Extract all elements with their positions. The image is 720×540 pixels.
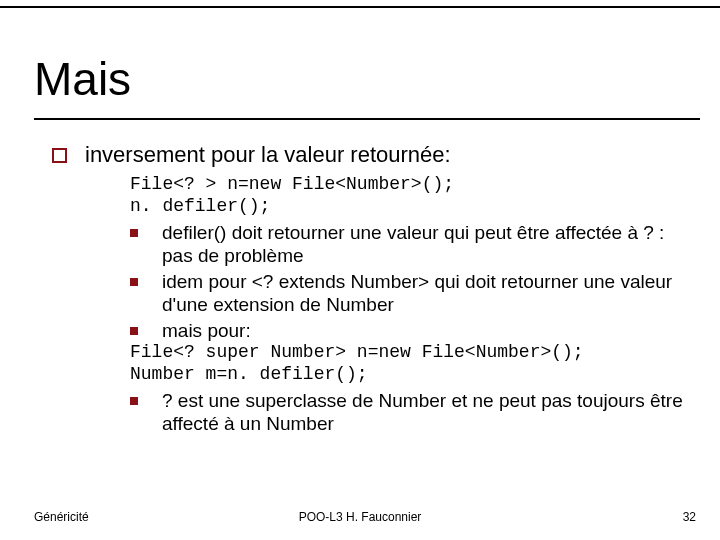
bullet-text: mais pour: (162, 319, 251, 342)
bullet-level1: inversement pour la valeur retournée: (52, 142, 692, 168)
code-line: n. defiler(); (130, 196, 692, 218)
code-line: Number m=n. defiler(); (130, 364, 692, 386)
code-line: File<? > n=new File<Number>(); (130, 174, 692, 196)
bullet-text: defiler() doit retourner une valeur qui … (162, 221, 692, 267)
slide-body: inversement pour la valeur retournée: Fi… (52, 142, 692, 435)
code-line: File<? super Number> n=new File<Number>(… (130, 342, 692, 364)
bullet-level2: idem pour <? extends Number> qui doit re… (130, 270, 692, 316)
footer-page-number: 32 (683, 510, 696, 524)
bullet-level2: defiler() doit retourner une valeur qui … (130, 221, 692, 267)
bullet-text: idem pour <? extends Number> qui doit re… (162, 270, 692, 316)
square-filled-icon (130, 229, 138, 237)
top-border (0, 6, 720, 8)
square-outline-icon (52, 148, 67, 163)
square-filled-icon (130, 327, 138, 335)
square-filled-icon (130, 278, 138, 286)
sub-bullets: defiler() doit retourner une valeur qui … (130, 221, 692, 343)
bullet-level2: ? est une superclasse de Number et ne pe… (130, 389, 692, 435)
main-point-text: inversement pour la valeur retournée: (85, 142, 451, 168)
square-filled-icon (130, 397, 138, 405)
footer: Généricité POO-L3 H. Fauconnier 32 (0, 510, 720, 524)
bullet-text: ? est une superclasse de Number et ne pe… (162, 389, 692, 435)
slide: Mais inversement pour la valeur retourné… (0, 0, 720, 540)
title-underline (34, 118, 700, 120)
footer-left: Généricité (34, 510, 89, 524)
sub-bullets: ? est une superclasse de Number et ne pe… (130, 389, 692, 435)
bullet-level2: mais pour: (130, 319, 692, 342)
slide-title: Mais (34, 56, 131, 102)
footer-center: POO-L3 H. Fauconnier (0, 510, 720, 524)
